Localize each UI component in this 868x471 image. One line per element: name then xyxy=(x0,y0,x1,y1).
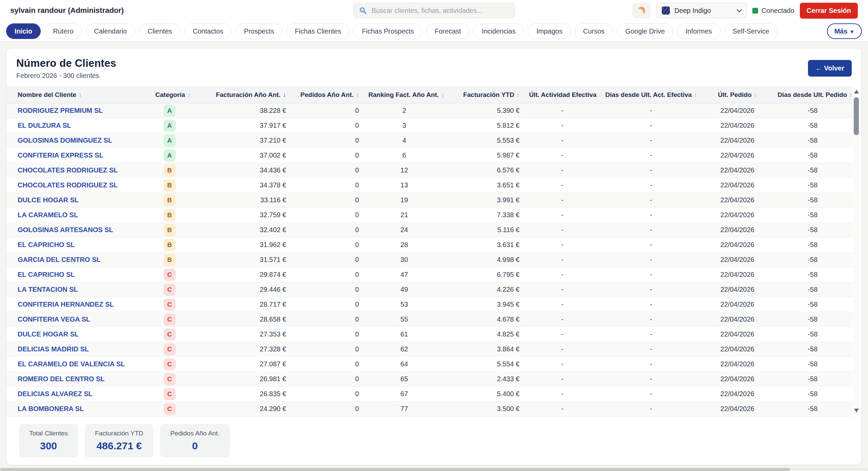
table-cell: 5.400 € xyxy=(445,387,524,402)
category-cell: B xyxy=(151,252,203,267)
tab-inicio[interactable]: Inicio xyxy=(6,23,41,39)
table-row[interactable]: LA CARAMELO SLB32.759 €0217.338 €--22/04… xyxy=(7,208,852,223)
top-bar: sylvain randour (Administrador) Deep Ind… xyxy=(0,0,868,21)
search-input[interactable] xyxy=(371,6,509,15)
theme-select[interactable]: Deep Indigo xyxy=(656,3,747,18)
table-row[interactable]: GOLOSINAS DOMINGUEZ SLA37.210 €045.553 €… xyxy=(7,133,852,148)
table-row[interactable]: RODRIGUEZ PREMIUM SLA38.228 €025.390 €--… xyxy=(7,103,852,118)
table-cell: 22/04/2026 xyxy=(702,387,773,402)
tab-fichas-clientes[interactable]: Fichas Clientes xyxy=(286,23,350,39)
table-cell: - xyxy=(524,163,600,178)
client-link[interactable]: DELICIAS MADRID SL xyxy=(18,345,89,353)
table-row[interactable]: ROMERO DEL CENTRO SLC26.981 €0652.433 €-… xyxy=(7,372,852,387)
client-link[interactable]: DULCE HOGAR SL xyxy=(18,196,79,204)
column-header-facturacion-ytd[interactable]: Facturación YTD↕ xyxy=(445,87,524,103)
horizontal-scrollbar[interactable] xyxy=(0,468,868,471)
client-link[interactable]: RODRIGUEZ PREMIUM SL xyxy=(18,107,103,114)
table-row[interactable]: GOLOSINAS ARTESANOS SLB32.402 €0245.116 … xyxy=(7,223,852,238)
client-link[interactable]: LA CARAMELO SL xyxy=(18,211,78,219)
client-link[interactable]: GOLOSINAS DOMINGUEZ SL xyxy=(18,137,112,144)
table-row[interactable]: CHOCOLATES RODRIGUEZ SLB34.436 €0126.576… xyxy=(7,163,852,178)
tab-prospects[interactable]: Prospects xyxy=(235,23,283,39)
tab-fichas-prospects[interactable]: Fichas Prospects xyxy=(353,23,422,39)
client-link[interactable]: GOLOSINAS ARTESANOS SL xyxy=(18,226,113,233)
table-row[interactable]: DELICIAS ALVAREZ SLC26.835 €0675.400 €--… xyxy=(7,387,852,402)
column-header-facturacion-ano-ant[interactable]: Facturación Año Ant.↓ xyxy=(203,87,291,103)
connection-status: Conectado xyxy=(752,7,794,15)
client-link[interactable]: EL CAPRICHO SL xyxy=(18,241,75,248)
table-cell: - xyxy=(600,387,702,402)
scroll-up-icon[interactable] xyxy=(854,90,859,94)
table-body: RODRIGUEZ PREMIUM SLA38.228 €025.390 €--… xyxy=(7,103,852,416)
scroll-down-icon[interactable] xyxy=(854,409,859,412)
client-name-cell: CHOCOLATES RODRIGUEZ SL xyxy=(7,163,151,178)
column-header-ult-pedido[interactable]: Últ. Pedido↕ xyxy=(702,87,773,103)
column-header-pedidos-ano-ant[interactable]: Pedidos Año Ant.↕ xyxy=(291,87,364,103)
tab-clientes[interactable]: Clientes xyxy=(139,23,180,39)
column-header-categoria[interactable]: Categoría↕ xyxy=(151,87,203,103)
table-row[interactable]: GARCIA DEL CENTRO SLB31.571 €0304.998 €-… xyxy=(7,252,852,267)
table-row[interactable]: EL CARAMELO DE VALENCIA SLC27.087 €0645.… xyxy=(7,357,852,372)
connection-status-label: Conectado xyxy=(761,7,794,15)
column-header-nombre-del-cliente[interactable]: Nombre del Cliente↕ xyxy=(7,87,151,103)
client-link[interactable]: EL CAPRICHO SL xyxy=(18,271,75,278)
tab-informes[interactable]: Informes xyxy=(677,23,720,39)
client-link[interactable]: LA BOMBONERA SL xyxy=(18,405,84,412)
category-cell: A xyxy=(151,103,203,118)
more-button[interactable]: Más ▼ xyxy=(827,23,862,39)
client-link[interactable]: CONFITERIA HERNANDEZ SL xyxy=(18,301,114,308)
client-link[interactable]: DELICIAS ALVAREZ SL xyxy=(18,390,93,397)
table-cell: 22/04/2026 xyxy=(702,208,773,223)
table-cell: 55 xyxy=(364,312,445,327)
tab-cursos[interactable]: Cursos xyxy=(575,23,613,39)
category-cell: C xyxy=(151,327,203,342)
client-link[interactable]: ROMERO DEL CENTRO SL xyxy=(18,375,104,383)
global-search[interactable] xyxy=(353,3,515,18)
client-link[interactable]: DULCE HOGAR SL xyxy=(18,330,79,338)
category-cell: C xyxy=(151,357,203,372)
client-link[interactable]: EL DULZURA SL xyxy=(18,122,71,129)
tab-self-service[interactable]: Self-Service xyxy=(724,23,778,39)
table-row[interactable]: CONFITERIA EXPRESS SLA37.002 €065.987 €-… xyxy=(7,148,852,163)
table-row[interactable]: EL CAPRICHO SLB31.962 €0283.631 €--22/04… xyxy=(7,238,852,252)
client-link[interactable]: EL CARAMELO DE VALENCIA SL xyxy=(18,360,125,368)
table-row[interactable]: CONFITERIA VEGA SLC28.658 €0554.678 €--2… xyxy=(7,312,852,327)
client-link[interactable]: CHOCOLATES RODRIGUEZ SL xyxy=(18,166,118,174)
client-link[interactable]: CONFITERIA VEGA SL xyxy=(18,315,90,323)
table-row[interactable]: CONFITERIA HERNANDEZ SLC28.717 €0533.945… xyxy=(7,297,852,312)
client-name-cell: CONFITERIA HERNANDEZ SL xyxy=(7,297,151,312)
horizontal-scrollbar-thumb[interactable] xyxy=(0,468,790,471)
table-cell: 0 xyxy=(291,282,364,297)
table-row[interactable]: LA BOMBONERA SLC24.290 €0773.500 €--22/0… xyxy=(7,402,852,416)
table-cell: 0 xyxy=(291,118,364,133)
back-button[interactable]: ← Volver xyxy=(808,60,852,77)
column-header-ranking-fact-ano-ant[interactable]: Ranking Fact. Año Ant.↕ xyxy=(364,87,445,103)
tab-incidencias[interactable]: Incidencias xyxy=(473,23,524,39)
scrollbar-thumb[interactable] xyxy=(854,97,859,135)
client-link[interactable]: LA TENTACION SL xyxy=(18,286,78,293)
client-link[interactable]: CONFITERIA EXPRESS SL xyxy=(18,151,103,159)
tab-google-drive[interactable]: Google Drive xyxy=(617,23,673,39)
tab-forecast[interactable]: Forecast xyxy=(426,23,469,39)
column-header-ult-actividad-efectiva[interactable]: Últ. Actividad Efectiva↕ xyxy=(524,87,600,103)
client-link[interactable]: GARCIA DEL CENTRO SL xyxy=(18,256,100,263)
tab-calendario[interactable]: Calendario xyxy=(85,23,135,39)
vertical-scrollbar[interactable] xyxy=(853,87,860,415)
dark-mode-button[interactable] xyxy=(632,3,651,18)
table-row[interactable]: DULCE HOGAR SLB33.116 €0193.991 €--22/04… xyxy=(7,193,852,208)
table-row[interactable]: LA TENTACION SLC29.446 €0494.226 €--22/0… xyxy=(7,282,852,297)
table-row[interactable]: DULCE HOGAR SLC27.353 €0614.825 €--22/04… xyxy=(7,327,852,342)
table-row[interactable]: EL CAPRICHO SLC29.874 €0476.795 €--22/04… xyxy=(7,267,852,282)
column-header-dias-desde-ult-act-efectiva[interactable]: Dias desde Ult. Act. Efectiva↕ xyxy=(600,87,702,103)
tab-contactos[interactable]: Contactos xyxy=(184,23,232,39)
client-name-cell: LA CARAMELO SL xyxy=(7,208,151,223)
table-cell: 67 xyxy=(364,387,445,402)
table-row[interactable]: EL DULZURA SLA37.917 €035.812 €--22/04/2… xyxy=(7,118,852,133)
table-row[interactable]: DELICIAS MADRID SLC27.328 €0623.864 €--2… xyxy=(7,342,852,357)
column-header-dias-desde-ult-pedido[interactable]: Dias desde Ult. Pedido↕ xyxy=(773,87,852,103)
table-row[interactable]: CHOCOLATES RODRIGUEZ SLB34.378 €0133.651… xyxy=(7,178,852,193)
logout-button[interactable]: Cerrar Sesión xyxy=(800,3,858,19)
tab-rutero[interactable]: Rutero xyxy=(44,23,82,39)
client-link[interactable]: CHOCOLATES RODRIGUEZ SL xyxy=(18,181,118,189)
tab-impagos[interactable]: Impagos xyxy=(528,23,571,39)
